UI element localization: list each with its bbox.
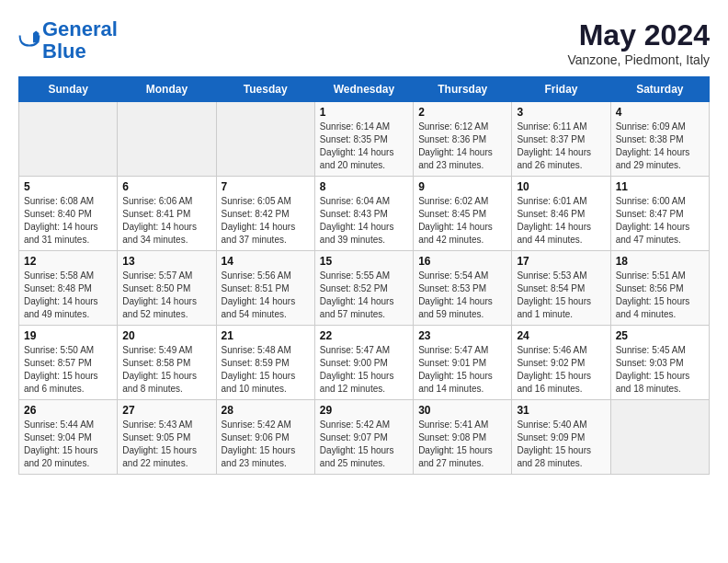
day-of-week-header: Thursday [414,77,512,102]
day-number: 2 [418,106,506,119]
calendar-cell: 27Sunrise: 5:43 AM Sunset: 9:05 PM Dayli… [118,400,216,475]
day-of-week-header: Sunday [19,77,118,102]
day-info: Sunrise: 5:48 AM Sunset: 8:59 PM Dayligh… [222,344,310,396]
calendar-cell: 21Sunrise: 5:48 AM Sunset: 8:59 PM Dayli… [216,326,314,400]
calendar-cell: 4Sunrise: 6:09 AM Sunset: 8:38 PM Daylig… [610,102,709,177]
day-number: 13 [122,255,210,268]
logo-line2: Blue [42,40,86,63]
page-header: General Blue May 2024 Vanzone, Piedmont,… [18,18,710,67]
calendar-cell: 11Sunrise: 6:00 AM Sunset: 8:47 PM Dayli… [610,177,709,251]
calendar-cell: 5Sunrise: 6:08 AM Sunset: 8:40 PM Daylig… [19,177,118,251]
day-number: 17 [517,255,605,268]
day-number: 3 [517,106,605,119]
day-number: 7 [222,180,310,193]
calendar-cell: 30Sunrise: 5:41 AM Sunset: 9:08 PM Dayli… [414,400,512,475]
day-info: Sunrise: 5:51 AM Sunset: 8:56 PM Dayligh… [616,270,704,321]
day-number: 10 [517,180,605,193]
day-info: Sunrise: 6:11 AM Sunset: 8:37 PM Dayligh… [517,121,605,172]
day-info: Sunrise: 5:57 AM Sunset: 8:50 PM Dayligh… [122,270,210,321]
day-number: 26 [24,404,112,417]
calendar-cell [610,400,709,475]
day-info: Sunrise: 6:12 AM Sunset: 8:36 PM Dayligh… [418,121,506,172]
logo: General Blue [18,18,118,63]
day-info: Sunrise: 6:09 AM Sunset: 8:38 PM Dayligh… [616,121,704,172]
day-of-week-header: Wednesday [314,77,413,102]
day-info: Sunrise: 6:01 AM Sunset: 8:46 PM Dayligh… [517,195,605,247]
day-number: 9 [418,180,506,193]
calendar-cell: 1Sunrise: 6:14 AM Sunset: 8:35 PM Daylig… [314,102,413,177]
day-info: Sunrise: 5:47 AM Sunset: 9:00 PM Dayligh… [320,344,408,396]
day-of-week-header: Tuesday [216,77,314,102]
day-info: Sunrise: 6:04 AM Sunset: 8:43 PM Dayligh… [320,195,408,247]
day-number: 15 [320,255,408,268]
day-number: 12 [24,255,112,268]
day-info: Sunrise: 5:40 AM Sunset: 9:09 PM Dayligh… [517,419,605,470]
day-info: Sunrise: 5:46 AM Sunset: 9:02 PM Dayligh… [517,344,605,396]
calendar-cell: 14Sunrise: 5:56 AM Sunset: 8:51 PM Dayli… [216,251,314,326]
day-info: Sunrise: 5:43 AM Sunset: 9:05 PM Dayligh… [122,419,210,470]
logo-icon [18,29,40,52]
calendar-cell: 17Sunrise: 5:53 AM Sunset: 8:54 PM Dayli… [512,251,610,326]
day-number: 6 [122,180,210,193]
day-number: 22 [320,329,408,342]
day-info: Sunrise: 6:08 AM Sunset: 8:40 PM Dayligh… [24,195,112,247]
day-info: Sunrise: 5:55 AM Sunset: 8:52 PM Dayligh… [320,270,408,321]
day-info: Sunrise: 5:44 AM Sunset: 9:04 PM Dayligh… [24,419,112,470]
calendar-cell: 31Sunrise: 5:40 AM Sunset: 9:09 PM Dayli… [512,400,610,475]
title-block: May 2024 Vanzone, Piedmont, Italy [567,18,710,67]
month-title: May 2024 [567,18,710,52]
day-of-week-header: Saturday [610,77,709,102]
calendar-cell: 10Sunrise: 6:01 AM Sunset: 8:46 PM Dayli… [512,177,610,251]
calendar-cell: 24Sunrise: 5:46 AM Sunset: 9:02 PM Dayli… [512,326,610,400]
location-subtitle: Vanzone, Piedmont, Italy [567,52,710,67]
day-info: Sunrise: 5:42 AM Sunset: 9:06 PM Dayligh… [222,419,310,470]
calendar-cell: 9Sunrise: 6:02 AM Sunset: 8:45 PM Daylig… [414,177,512,251]
day-info: Sunrise: 5:45 AM Sunset: 9:03 PM Dayligh… [616,344,704,396]
day-number: 5 [24,180,112,193]
day-info: Sunrise: 5:42 AM Sunset: 9:07 PM Dayligh… [320,419,408,470]
day-info: Sunrise: 5:50 AM Sunset: 8:57 PM Dayligh… [24,344,112,396]
day-info: Sunrise: 5:53 AM Sunset: 8:54 PM Dayligh… [517,270,605,321]
day-info: Sunrise: 5:58 AM Sunset: 8:48 PM Dayligh… [24,270,112,321]
day-info: Sunrise: 5:56 AM Sunset: 8:51 PM Dayligh… [222,270,310,321]
calendar-cell: 2Sunrise: 6:12 AM Sunset: 8:36 PM Daylig… [414,102,512,177]
day-info: Sunrise: 6:06 AM Sunset: 8:41 PM Dayligh… [122,195,210,247]
calendar-cell [118,102,216,177]
day-info: Sunrise: 5:47 AM Sunset: 9:01 PM Dayligh… [418,344,506,396]
day-number: 16 [418,255,506,268]
calendar-cell: 16Sunrise: 5:54 AM Sunset: 8:53 PM Dayli… [414,251,512,326]
calendar-cell: 6Sunrise: 6:06 AM Sunset: 8:41 PM Daylig… [118,177,216,251]
calendar-cell: 26Sunrise: 5:44 AM Sunset: 9:04 PM Dayli… [19,400,118,475]
day-number: 14 [222,255,310,268]
calendar-cell: 19Sunrise: 5:50 AM Sunset: 8:57 PM Dayli… [19,326,118,400]
day-number: 25 [616,329,704,342]
day-number: 21 [222,329,310,342]
calendar-cell [19,102,118,177]
calendar-cell: 12Sunrise: 5:58 AM Sunset: 8:48 PM Dayli… [19,251,118,326]
logo-text: General Blue [42,18,118,63]
calendar-cell: 28Sunrise: 5:42 AM Sunset: 9:06 PM Dayli… [216,400,314,475]
svg-marker-1 [33,31,39,33]
day-number: 1 [320,106,408,119]
day-number: 29 [320,404,408,417]
day-number: 8 [320,180,408,193]
calendar-cell: 18Sunrise: 5:51 AM Sunset: 8:56 PM Dayli… [610,251,709,326]
day-info: Sunrise: 6:14 AM Sunset: 8:35 PM Dayligh… [320,121,408,172]
day-info: Sunrise: 5:54 AM Sunset: 8:53 PM Dayligh… [418,270,506,321]
calendar-cell: 22Sunrise: 5:47 AM Sunset: 9:00 PM Dayli… [314,326,413,400]
day-number: 11 [616,180,704,193]
calendar-cell: 23Sunrise: 5:47 AM Sunset: 9:01 PM Dayli… [414,326,512,400]
day-number: 24 [517,329,605,342]
calendar-cell: 25Sunrise: 5:45 AM Sunset: 9:03 PM Dayli… [610,326,709,400]
day-number: 27 [122,404,210,417]
day-of-week-header: Friday [512,77,610,102]
day-number: 30 [418,404,506,417]
calendar-cell: 20Sunrise: 5:49 AM Sunset: 8:58 PM Dayli… [118,326,216,400]
calendar-cell [216,102,314,177]
day-info: Sunrise: 6:05 AM Sunset: 8:42 PM Dayligh… [222,195,310,247]
calendar-cell: 29Sunrise: 5:42 AM Sunset: 9:07 PM Dayli… [314,400,413,475]
day-info: Sunrise: 5:49 AM Sunset: 8:58 PM Dayligh… [122,344,210,396]
calendar-table: SundayMondayTuesdayWednesdayThursdayFrid… [18,76,710,475]
day-number: 19 [24,329,112,342]
calendar-cell: 13Sunrise: 5:57 AM Sunset: 8:50 PM Dayli… [118,251,216,326]
